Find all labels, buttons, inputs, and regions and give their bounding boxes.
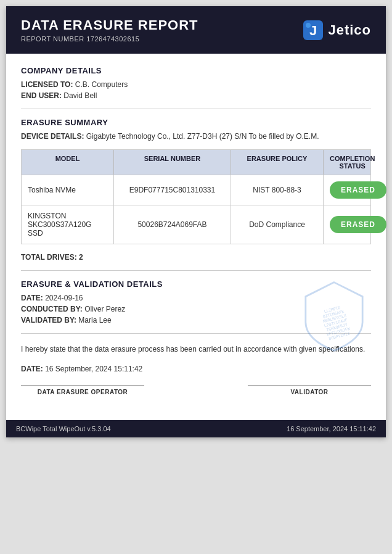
validator-label: VALIDATOR xyxy=(248,389,371,395)
col-status: COMPLETION STATUS xyxy=(324,150,381,175)
header-left: DATA ERASURE REPORT REPORT NUMBER 172647… xyxy=(21,17,198,43)
model-1: Toshiba NVMe xyxy=(22,175,114,205)
conducted-value: Oliver Perez xyxy=(84,305,125,313)
validation-section: ERASURE & VALIDATION DETAILS DATE: 2024-… xyxy=(21,279,371,325)
validator-signature: VALIDATOR xyxy=(248,386,371,395)
erased-badge-2: ERASED xyxy=(330,216,386,233)
table-row: KINGSTON SKC300S37A120G SSD 50026B724A06… xyxy=(22,205,370,244)
total-drives: TOTAL DRIVES: 2 xyxy=(21,253,371,262)
divider-1 xyxy=(21,109,371,109)
licensed-row: LICENSED TO: C.B. Computers xyxy=(21,80,371,89)
svg-point-2 xyxy=(306,23,311,28)
footer-right: 16 September, 2024 15:11:42 xyxy=(287,425,376,432)
end-user-row: END USER: David Bell xyxy=(21,91,371,100)
erasure-summary-section: ERASURE SUMMARY DEVICE DETAILS: Gigabyte… xyxy=(21,118,371,141)
col-serial: SERIAL NUMBER xyxy=(114,150,231,175)
total-value: 2 xyxy=(79,253,83,262)
licensed-label: LICENSED TO: xyxy=(21,80,73,89)
date-value: 2024-09-16 xyxy=(45,294,83,302)
licensed-value: C.B. Computers xyxy=(75,80,128,89)
page: DATA ERASURE REPORT REPORT NUMBER 172647… xyxy=(6,6,386,437)
conducted-label: CONDUCTED BY: xyxy=(21,305,83,313)
sign-date-label: DATE: xyxy=(21,365,43,373)
jetico-icon: J xyxy=(302,19,324,41)
device-label: DEVICE DETAILS: xyxy=(21,132,84,141)
model-2: KINGSTON SKC300S37A120G SSD xyxy=(22,205,114,244)
end-user-value: David Bell xyxy=(63,91,97,100)
erasure-summary-title: ERASURE SUMMARY xyxy=(21,118,371,127)
report-title: DATA ERASURE REPORT xyxy=(21,17,198,33)
signature-section: DATA ERASURE OPERATOR VALIDATOR xyxy=(21,386,371,395)
col-policy: ERASURE POLICY xyxy=(231,150,324,175)
company-section: COMPANY DETAILS LICENSED TO: C.B. Comput… xyxy=(21,66,371,100)
sign-date-row: DATE: 16 September, 2024 15:11:42 xyxy=(21,365,371,373)
logo-text: Jetico xyxy=(328,22,371,38)
device-row: DEVICE DETAILS: Gigabyte Technology Co.,… xyxy=(21,132,371,141)
policy-2: DoD Compliance xyxy=(231,205,324,244)
table-header: MODEL SERIAL NUMBER ERASURE POLICY COMPL… xyxy=(22,150,370,175)
col-model: MODEL xyxy=(22,150,114,175)
status-1: ERASED xyxy=(324,175,392,205)
logo: J Jetico xyxy=(302,19,371,41)
company-title: COMPANY DETAILS xyxy=(21,66,371,75)
erasure-table: MODEL SERIAL NUMBER ERASURE POLICY COMPL… xyxy=(21,149,371,244)
footer-left: BCWipe Total WipeOut v.5.3.04 xyxy=(16,425,111,432)
validated-value: Maria Lee xyxy=(78,316,111,325)
serial-1: E9DF077715C801310331 xyxy=(114,175,231,205)
sign-date-value: 16 September, 2024 15:11:42 xyxy=(45,365,142,373)
header: DATA ERASURE REPORT REPORT NUMBER 172647… xyxy=(6,6,386,54)
footer: BCWipe Total WipeOut v.5.3.04 16 Septemb… xyxy=(6,420,386,437)
total-label: TOTAL DRIVES: xyxy=(21,253,77,262)
operator-signature: DATA ERASURE OPERATOR xyxy=(21,386,144,395)
status-2: ERASED xyxy=(324,205,392,244)
validated-label: VALIDATED BY: xyxy=(21,316,76,325)
policy-1: NIST 800-88-3 xyxy=(231,175,324,205)
content: COMPANY DETAILS LICENSED TO: C.B. Comput… xyxy=(6,54,386,408)
validator-line xyxy=(248,386,371,386)
erased-badge-1: ERASED xyxy=(330,181,386,199)
serial-2: 50026B724A069FAB xyxy=(114,205,231,244)
watermark-icon: LLZMPTD QZTCM6APX N0RLHPX5LX L2QZYIGAUF … xyxy=(297,279,371,353)
end-user-label: END USER: xyxy=(21,91,62,100)
divider-2 xyxy=(21,270,371,271)
device-value: Gigabyte Technology Co., Ltd. Z77-D3H (2… xyxy=(86,132,319,141)
operator-line xyxy=(21,386,144,386)
table-row: Toshiba NVMe E9DF077715C801310331 NIST 8… xyxy=(22,175,370,205)
date-label: DATE: xyxy=(21,294,43,302)
report-number: REPORT NUMBER 1726474302615 xyxy=(21,35,198,43)
operator-label: DATA ERASURE OPERATOR xyxy=(21,389,144,395)
